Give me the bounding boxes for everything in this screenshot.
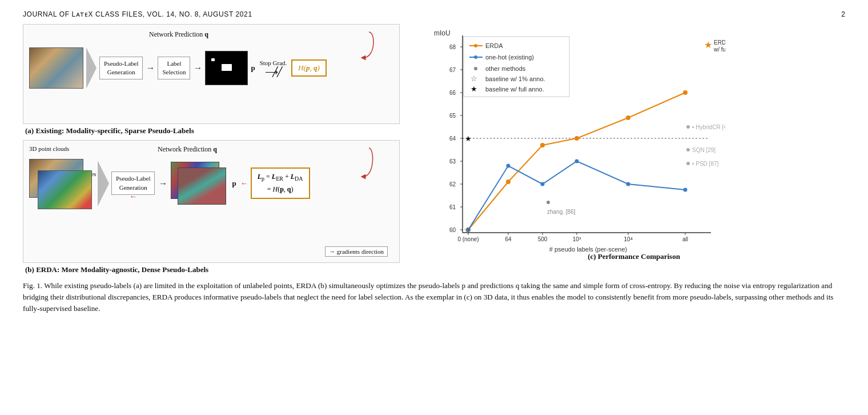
- caption-b: (b) ERDA: More Modality-agnostic, Dense …: [23, 265, 411, 274]
- diagram-a: Network Prediction q: [23, 24, 400, 124]
- network-pred-b-label: Network Prediction q: [158, 145, 217, 154]
- svg-point-67: [474, 67, 477, 70]
- svg-text:all: all: [682, 236, 688, 242]
- formula-b: Lp = LER + LDA = H(p, q): [251, 167, 310, 199]
- gradient-label: → gradients direction: [325, 246, 388, 257]
- gray-arrow-a: [86, 47, 97, 89]
- chart-title: (c) Performance Comparison: [588, 252, 680, 261]
- svg-text:64: 64: [505, 236, 512, 242]
- curved-arrow-a: [346, 29, 377, 61]
- 2d-image: [38, 170, 92, 209]
- svg-text:68: 68: [449, 44, 456, 50]
- svg-text:63: 63: [449, 158, 456, 165]
- performance-chart: mIoU 68 67 66 65 64 63: [423, 24, 725, 253]
- p-label-a: p: [251, 63, 255, 73]
- svg-point-65: [474, 55, 477, 59]
- svg-point-46: [541, 182, 545, 186]
- svg-text:☆: ☆: [464, 226, 471, 234]
- svg-text:• HybridCR [43]: • HybridCR [43]: [692, 124, 725, 130]
- fig-caption: Fig. 1. While existing pseudo-labels (a)…: [23, 280, 845, 314]
- caption-a: (a) Existing: Modality-specific, Sparse …: [23, 126, 411, 135]
- svg-text:zhang. [86]: zhang. [86]: [547, 209, 576, 215]
- svg-text:67: 67: [449, 67, 456, 73]
- pseudo-label-gen-b: Pseudo-LabelGeneration ←: [111, 171, 155, 195]
- svg-point-38: [574, 136, 579, 141]
- svg-text:0 (none): 0 (none): [457, 236, 479, 242]
- svg-text:10⁴: 10⁴: [624, 236, 632, 242]
- svg-text:one-hot (existing): one-hot (existing): [485, 54, 534, 61]
- stop-grad: Stop Grad. ⟶╱╱: [260, 59, 287, 77]
- svg-text:65: 65: [449, 113, 456, 119]
- svg-text:66: 66: [449, 90, 456, 96]
- svg-text:baseline w/ 1% anno.: baseline w/ 1% anno.: [485, 75, 545, 82]
- indoor-image: [29, 47, 83, 89]
- svg-text:• PSD [87]: • PSD [87]: [692, 161, 719, 167]
- chart-area: mIoU 68 67 66 65 64 63: [423, 24, 845, 261]
- svg-text:SQN [29]: SQN [29]: [692, 147, 716, 153]
- svg-point-62: [474, 44, 477, 47]
- svg-point-40: [683, 90, 688, 95]
- svg-text:other methods: other methods: [485, 65, 526, 72]
- red-arrow-b: ←: [240, 179, 248, 188]
- arrow1-b: →: [158, 178, 167, 189]
- svg-text:mIoU: mIoU: [434, 29, 451, 37]
- svg-point-56: [686, 162, 690, 165]
- svg-point-48: [626, 182, 630, 186]
- svg-point-45: [507, 164, 511, 168]
- svg-point-54: [686, 148, 690, 151]
- p-label-b: p: [232, 179, 236, 188]
- svg-text:500: 500: [538, 236, 548, 242]
- svg-text:★: ★: [465, 134, 472, 143]
- svg-text:64: 64: [449, 135, 456, 142]
- svg-point-37: [540, 143, 545, 147]
- label-selection-a: LabelSelection: [158, 57, 190, 80]
- svg-text:★: ★: [471, 85, 477, 93]
- svg-text:w/ full anno.: w/ full anno.: [713, 46, 725, 53]
- svg-point-47: [575, 159, 579, 163]
- gray-arrow-b: [98, 161, 109, 206]
- svg-text:62: 62: [449, 181, 456, 187]
- page-number: 2: [841, 10, 845, 18]
- diagram-b: 3D point clouds 2D images Network Predic…: [23, 140, 400, 263]
- journal-title: JOURNAL OF LᴀᴛᴇX CLASS FILES, VOL. 14, N…: [23, 10, 252, 18]
- pseudo-label-gen-a: Pseudo-LabelGeneration: [99, 57, 143, 80]
- svg-point-39: [626, 115, 630, 120]
- svg-point-50: [546, 201, 550, 204]
- svg-text:☆: ☆: [471, 74, 477, 83]
- svg-point-52: [686, 125, 690, 129]
- curved-arrow-b: [343, 145, 377, 179]
- arrow1-a: →: [146, 63, 155, 73]
- 3d-label: 3D point clouds: [29, 145, 69, 152]
- dense-seg2: [178, 167, 226, 205]
- svg-text:★: ★: [704, 40, 712, 50]
- svg-text:10³: 10³: [573, 236, 581, 242]
- svg-point-36: [506, 179, 511, 184]
- formula-a: H(p, q): [291, 59, 327, 77]
- svg-text:60: 60: [449, 227, 456, 233]
- svg-text:baseline w/ full anno.: baseline w/ full anno.: [485, 86, 544, 93]
- svg-text:61: 61: [449, 204, 456, 210]
- arrow2-a: →: [193, 63, 202, 73]
- svg-point-49: [684, 188, 688, 192]
- svg-text:ERDA: ERDA: [714, 39, 725, 46]
- sparse-mask-img: [205, 51, 248, 85]
- svg-text:ERDA: ERDA: [485, 42, 503, 49]
- network-pred-a-label: Network Prediction q: [149, 30, 208, 39]
